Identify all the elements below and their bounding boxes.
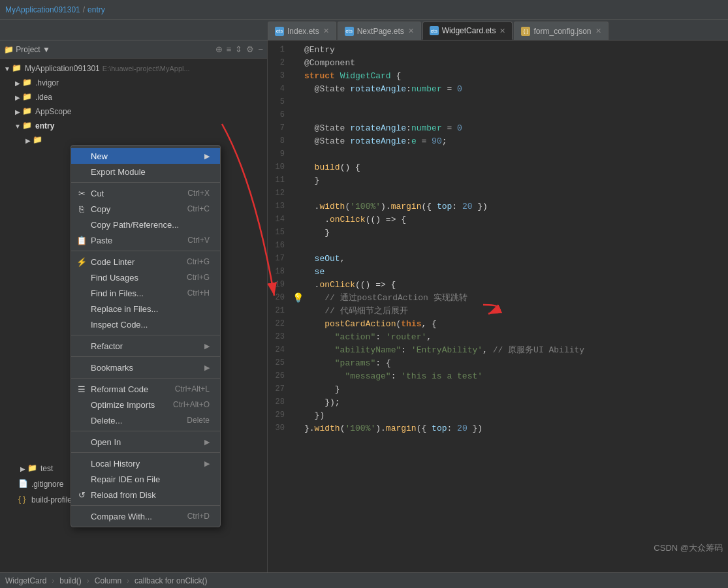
menu-item-new[interactable]: New ▶ bbox=[71, 148, 220, 164]
code-line-5: 5 bbox=[268, 95, 728, 108]
menu-item-compare[interactable]: Compare With... Ctrl+D bbox=[71, 508, 220, 524]
breadcrumb-project[interactable]: MyApplication091301 bbox=[5, 5, 80, 14]
menu-label-replace-files: Replace in Files... bbox=[91, 304, 210, 314]
code-line-8: 8 @State rotateAngle:e = 90; bbox=[268, 134, 728, 147]
tree-item-root[interactable]: ▼ 📁 MyApplication091301 E:\huawei-projec… bbox=[0, 61, 267, 76]
bulb-icon[interactable]: 💡 bbox=[293, 292, 304, 303]
code-line-22: 22 postCardAction(this, { bbox=[268, 317, 728, 330]
menu-item-inspect[interactable]: Inspect Code... bbox=[71, 317, 220, 332]
menu-icon-find-files bbox=[76, 288, 87, 298]
menu-item-code-linter[interactable]: ⚡ Code Linter Ctrl+G bbox=[71, 254, 220, 270]
line-num-21: 21 bbox=[268, 306, 291, 315]
menu-icon-refactor bbox=[76, 341, 87, 351]
menu-label-code-linter: Code Linter bbox=[91, 257, 174, 267]
menu-item-local-history[interactable]: Local History ▶ bbox=[71, 456, 220, 471]
tree-label-hvigor: .hvigor bbox=[35, 78, 59, 87]
tab-close-next[interactable]: ✕ bbox=[408, 27, 414, 35]
breadcrumb-entry[interactable]: entry bbox=[87, 5, 105, 14]
code-line-2: 2 @Component bbox=[268, 56, 728, 69]
tree-item-hvigor[interactable]: ▶ 📁 .hvigor bbox=[0, 76, 267, 90]
menu-item-cut[interactable]: ✂ Cut Ctrl+X bbox=[71, 185, 220, 201]
sidebar-toolbar: 📁 Project ▼ ⊕ ≡ ⇕ ⚙ − bbox=[0, 40, 267, 59]
sidebar-toolbar-icon-1[interactable]: ⊕ bbox=[215, 44, 223, 54]
top-bar: MyApplication091301 / entry bbox=[0, 0, 728, 20]
menu-label-find-usages: Find Usages bbox=[91, 273, 174, 283]
menu-arrow-history: ▶ bbox=[204, 459, 210, 468]
line-num-18: 18 bbox=[268, 267, 291, 276]
menu-item-repair[interactable]: Repair IDE on File bbox=[71, 471, 220, 487]
menu-label-copy-path: Copy Path/Reference... bbox=[91, 220, 210, 230]
menu-item-find-files[interactable]: Find in Files... Ctrl+H bbox=[71, 285, 220, 301]
menu-label-refactor: Refactor bbox=[91, 341, 199, 351]
code-line-15: 15 } bbox=[268, 226, 728, 239]
code-text-24: "abilityName": 'EntryAbility', // 原服务UI … bbox=[304, 344, 584, 356]
code-text-26: "message": 'this is a test' bbox=[304, 371, 483, 381]
status-sep-3: › bbox=[127, 576, 129, 585]
code-text-27: } bbox=[304, 384, 340, 394]
menu-item-refactor[interactable]: Refactor ▶ bbox=[71, 338, 220, 354]
code-text-18: se bbox=[304, 267, 324, 277]
tab-form-config[interactable]: { } form_config.json ✕ bbox=[514, 22, 608, 40]
tree-arrow-appscope: ▶ bbox=[13, 108, 22, 116]
sidebar-toolbar-icon-4[interactable]: ⚙ bbox=[246, 44, 254, 54]
copy-icon: ⎘ bbox=[76, 204, 87, 214]
menu-icon-new bbox=[76, 151, 87, 161]
sidebar-toolbar-icon-3[interactable]: ⇕ bbox=[235, 44, 242, 54]
menu-item-optimize[interactable]: Optimize Imports Ctrl+Alt+O bbox=[71, 397, 220, 412]
shortcut-cut: Ctrl+X bbox=[187, 189, 210, 198]
watermark: CSDN @大众筹码 bbox=[654, 542, 723, 554]
menu-item-open-in[interactable]: Open In ▶ bbox=[71, 434, 220, 450]
line-num-10: 10 bbox=[268, 162, 291, 172]
menu-label-export: Export Module bbox=[91, 167, 210, 177]
menu-icon-replace bbox=[76, 303, 87, 314]
context-menu: New ▶ Export Module ✂ Cut Ctrl+X ⎘ Copy … bbox=[71, 145, 221, 527]
tab-close-index[interactable]: ✕ bbox=[323, 27, 329, 35]
tree-arrow-entry: ▼ bbox=[13, 123, 22, 130]
code-line-16: 16 bbox=[268, 239, 728, 252]
menu-arrow-new: ▶ bbox=[204, 152, 210, 161]
menu-label-copy: Copy bbox=[91, 204, 174, 214]
folder-icon-root: 📁 bbox=[12, 63, 22, 74]
code-text-21: // 代码细节之后展开 bbox=[304, 305, 408, 317]
line-num-6: 6 bbox=[268, 110, 291, 119]
menu-icon-repair bbox=[76, 474, 87, 484]
file-icon-build: { } bbox=[18, 495, 29, 505]
code-line-20: 20 💡 // 通过postCardAction 实现跳转 bbox=[268, 291, 728, 304]
tab-widgetcard-ets[interactable]: ets WidgetCard.ets ✕ bbox=[422, 22, 513, 40]
line-num-20: 20 bbox=[268, 293, 291, 302]
tree-item-idea[interactable]: ▶ 📁 .idea bbox=[0, 90, 267, 104]
menu-item-find-usages[interactable]: Find Usages Ctrl+G bbox=[71, 270, 220, 285]
tab-nextpage-ets[interactable]: ets NextPage.ets ✕ bbox=[338, 22, 421, 40]
tree-item-appscope[interactable]: ▶ 📁 AppScope bbox=[0, 104, 267, 119]
tree-arrow-test: ▶ bbox=[18, 465, 27, 472]
menu-item-reformat[interactable]: ☰ Reformat Code Ctrl+Alt+L bbox=[71, 381, 220, 397]
sidebar-toolbar-icon-2[interactable]: ≡ bbox=[227, 44, 232, 54]
menu-item-export[interactable]: Export Module bbox=[71, 164, 220, 179]
line-num-17: 17 bbox=[268, 254, 291, 263]
tab-index-ets[interactable]: ets Index.ets ✕ bbox=[268, 22, 336, 40]
menu-item-paste[interactable]: 📋 Paste Ctrl+V bbox=[71, 232, 220, 248]
code-line-24: 24 "abilityName": 'EntryAbility', // 原服务… bbox=[268, 343, 728, 356]
tree-arrow-hvigor: ▶ bbox=[13, 80, 22, 87]
menu-icon-delete bbox=[76, 415, 87, 426]
sidebar-toolbar-icon-5[interactable]: − bbox=[258, 44, 263, 54]
tree-arrow-idea: ▶ bbox=[13, 94, 22, 101]
tab-label-3: WidgetCard.ets bbox=[442, 26, 496, 35]
tab-close-form[interactable]: ✕ bbox=[595, 27, 601, 35]
code-text-29: }) bbox=[304, 410, 324, 420]
tab-close-widget[interactable]: ✕ bbox=[499, 27, 505, 35]
line-num-2: 2 bbox=[268, 58, 291, 67]
menu-item-bookmarks[interactable]: Bookmarks ▶ bbox=[71, 360, 220, 375]
tree-item-entry[interactable]: ▼ 📁 entry bbox=[0, 119, 267, 133]
menu-item-copy[interactable]: ⎘ Copy Ctrl+C bbox=[71, 201, 220, 217]
menu-item-replace-files[interactable]: Replace in Files... bbox=[71, 301, 220, 317]
menu-item-delete[interactable]: Delete... Delete bbox=[71, 412, 220, 428]
menu-icon-history bbox=[76, 458, 87, 469]
menu-item-reload[interactable]: ↺ Reload from Disk bbox=[71, 487, 220, 503]
code-line-11: 11 } bbox=[268, 174, 728, 187]
menu-sep-8 bbox=[71, 505, 220, 506]
gutter-20: 💡 bbox=[291, 292, 304, 303]
code-text-2: @Component bbox=[304, 58, 355, 68]
shortcut-linter: Ctrl+G bbox=[187, 257, 210, 266]
menu-item-copy-path[interactable]: Copy Path/Reference... bbox=[71, 217, 220, 232]
